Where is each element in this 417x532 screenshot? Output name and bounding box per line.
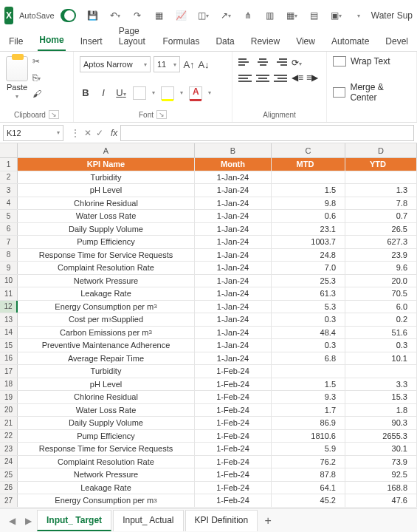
cell[interactable]: 1-Feb-24 [195, 391, 272, 403]
next-sheet-icon[interactable]: ▶ [21, 516, 35, 526]
dialog-launcher-icon[interactable]: ↘ [49, 110, 59, 119]
fx-icon[interactable]: fx [108, 128, 120, 138]
cancel-formula-icon[interactable]: ✕ [84, 128, 92, 138]
cell[interactable]: 0.2 [345, 313, 417, 326]
cell[interactable]: 9.8 [272, 197, 345, 210]
cell[interactable]: YTD [345, 158, 417, 171]
cell[interactable]: 1003.7 [272, 236, 345, 248]
ribbon-tab-view[interactable]: View [294, 33, 317, 51]
decrease-indent-icon[interactable]: ◀≡ [292, 72, 303, 83]
row-header[interactable]: 26 [0, 482, 18, 494]
cell[interactable]: 9.6 [345, 262, 417, 274]
cell[interactable]: 1-Jan-24 [195, 223, 272, 236]
align-top-center[interactable] [256, 56, 269, 68]
format-painter-icon[interactable]: 🖌 [32, 89, 44, 100]
fill-color-button[interactable] [161, 86, 174, 100]
cell[interactable] [272, 365, 345, 378]
cell[interactable]: KPI Name [18, 158, 195, 171]
cell[interactable]: 1-Feb-24 [195, 468, 272, 481]
share-icon[interactable]: ↗▾ [219, 9, 232, 22]
row-header[interactable]: 3 [0, 184, 18, 197]
increase-font-icon[interactable]: A↑ [183, 59, 195, 70]
cell[interactable]: 15.3 [345, 391, 417, 403]
cell[interactable]: 1-Feb-24 [195, 494, 272, 507]
cell[interactable]: 168.8 [345, 482, 417, 494]
italic-button[interactable]: I [97, 87, 109, 98]
sort-icon[interactable]: ▦▾ [286, 9, 299, 22]
align-top-left[interactable] [238, 56, 252, 68]
dialog-launcher-icon[interactable]: ↘ [156, 110, 167, 119]
cell[interactable]: 1-Jan-24 [195, 301, 272, 313]
cell[interactable]: Turbidity [18, 365, 195, 378]
row-header[interactable]: 23 [0, 443, 18, 455]
font-color-button[interactable]: A [189, 86, 202, 100]
row-header[interactable]: 17 [0, 365, 18, 378]
row-header[interactable]: 19 [0, 391, 18, 403]
name-box[interactable]: K12▾ [3, 125, 63, 141]
cut-icon[interactable]: ✂ [32, 56, 44, 68]
cell[interactable]: 1.8 [345, 404, 417, 417]
row-header[interactable]: 25 [0, 468, 18, 481]
cell[interactable]: 1-Jan-24 [195, 249, 272, 262]
cell[interactable]: 1.5 [272, 378, 345, 391]
row-header[interactable]: 2 [0, 171, 18, 184]
cell[interactable]: Month [195, 158, 272, 171]
cell[interactable]: 1-Jan-24 [195, 352, 272, 365]
row-header[interactable]: 16 [0, 352, 18, 365]
cell[interactable]: 1.7 [272, 404, 345, 417]
sheet-tab[interactable]: Input_ Target [37, 510, 111, 531]
cell[interactable]: 5.9 [272, 443, 345, 455]
cell[interactable]: Chlorine Residual [18, 391, 195, 403]
sheet-tab[interactable]: Input_ Actual [113, 510, 183, 531]
row-header[interactable]: 10 [0, 275, 18, 287]
cell[interactable]: 86.9 [272, 417, 345, 429]
table-icon[interactable]: ▦ [153, 9, 166, 22]
cell[interactable]: Energy Consumption per m3 [18, 494, 195, 507]
ribbon-tab-review[interactable]: Review [249, 33, 281, 51]
cell[interactable]: Water Loss Rate [18, 210, 195, 222]
cell[interactable]: 73.9 [345, 456, 417, 468]
cell[interactable]: Leakage Rate [18, 482, 195, 494]
cell[interactable]: Network Pressure [18, 275, 195, 287]
increase-indent-icon[interactable]: ≡▶ [306, 72, 318, 83]
cell[interactable]: 1-Jan-24 [195, 262, 272, 274]
cell[interactable]: 1-Feb-24 [195, 456, 272, 468]
row-header[interactable]: 1 [0, 158, 18, 171]
select-all-corner[interactable] [0, 143, 18, 157]
cell[interactable]: pH Level [18, 378, 195, 391]
cell[interactable]: 1-Feb-24 [195, 404, 272, 417]
row-header[interactable]: 13 [0, 313, 18, 326]
row-header[interactable]: 9 [0, 262, 18, 274]
cell[interactable]: Daily Supply Volume [18, 223, 195, 236]
row-header[interactable]: 24 [0, 456, 18, 468]
cell[interactable]: Leakage Rate [18, 287, 195, 300]
cell[interactable] [272, 171, 345, 184]
cell[interactable]: 1-Jan-24 [195, 210, 272, 222]
cell[interactable]: 7.0 [272, 262, 345, 274]
underline-button[interactable]: U▾ [115, 87, 127, 98]
row-header[interactable]: 4 [0, 197, 18, 210]
cell[interactable] [345, 365, 417, 378]
cell[interactable]: Carbon Emissions per m3 [18, 327, 195, 339]
cell[interactable]: 61.3 [272, 287, 345, 300]
cell[interactable]: 20.0 [345, 275, 417, 287]
column-header-b[interactable]: B [195, 143, 272, 157]
cell[interactable]: 25.3 [272, 275, 345, 287]
row-header[interactable]: 20 [0, 404, 18, 417]
cell[interactable]: 0.3 [272, 339, 345, 352]
cell[interactable]: 76.2 [272, 456, 345, 468]
cell[interactable]: 0.7 [345, 210, 417, 222]
cell[interactable]: Pump Efficiency [18, 430, 195, 443]
column-header-a[interactable]: A [18, 143, 195, 157]
cell[interactable]: Preventive Maintenance Adherence [18, 339, 195, 352]
cell[interactable]: 6.0 [345, 301, 417, 313]
cell[interactable]: MTD [272, 158, 345, 171]
cell[interactable]: 1-Jan-24 [195, 197, 272, 210]
cell[interactable]: 23.9 [345, 249, 417, 262]
cell[interactable]: 1-Jan-24 [195, 287, 272, 300]
cell[interactable]: Pump Efficiency [18, 236, 195, 248]
cell[interactable]: 0.3 [345, 339, 417, 352]
chart-icon[interactable]: 📈 [175, 9, 188, 22]
borders-button[interactable] [133, 86, 146, 100]
cell[interactable]: 30.1 [345, 443, 417, 455]
